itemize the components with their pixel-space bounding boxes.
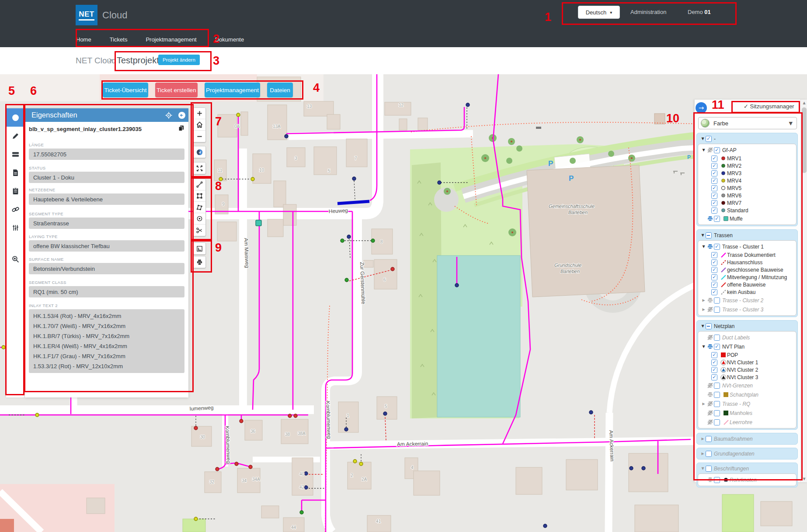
session-manager-toggle[interactable]: ✓ Sitzungsmanager: [744, 103, 794, 110]
layer-checkbox[interactable]: [711, 289, 717, 295]
layer-row[interactable]: Duct Labels: [699, 333, 795, 342]
layer-row[interactable]: POP: [699, 351, 795, 359]
print-button[interactable]: [193, 256, 205, 268]
layer-checkbox[interactable]: [714, 307, 720, 313]
layer-row[interactable]: ▼Gf-AP: [699, 145, 795, 155]
info-icon[interactable]: i: [6, 108, 25, 127]
nav-item-projektmanagement[interactable]: Projektmanagement: [139, 36, 202, 43]
layer-checkbox[interactable]: [711, 193, 717, 199]
home-button[interactable]: [193, 119, 205, 131]
nav-item-tickets[interactable]: Tickets: [104, 36, 134, 43]
network-icon[interactable]: [6, 218, 25, 237]
cut-button[interactable]: [193, 225, 205, 236]
layer-checkbox[interactable]: [711, 359, 717, 366]
measure-line-button[interactable]: [193, 179, 205, 190]
scrollbar-thumb[interactable]: [802, 107, 807, 173]
chevron-expanded-icon[interactable]: ▼: [701, 345, 706, 349]
layer-row[interactable]: NVt-Grenzen: [699, 381, 795, 390]
link-icon[interactable]: [6, 200, 25, 218]
chevron-collapsed-icon[interactable]: ▶: [700, 437, 706, 441]
layer-checkbox[interactable]: [714, 401, 720, 407]
printer-icon[interactable]: [706, 410, 714, 416]
layer-row[interactable]: ▼Trasse - Cluster 1: [699, 242, 795, 251]
layer-checkbox[interactable]: [714, 297, 720, 304]
field-value[interactable]: Cluster 1 - Doku: [29, 172, 184, 183]
chevron-expanded-icon[interactable]: ▼: [701, 245, 706, 249]
nav-item-dokumente[interactable]: Dokumente: [209, 36, 250, 43]
layer-row[interactable]: offene Bauweise: [699, 281, 795, 288]
circle-select-button[interactable]: [193, 213, 205, 225]
layer-checkbox[interactable]: [711, 267, 717, 273]
layer-checkbox[interactable]: [706, 232, 712, 238]
chevron-expanded-icon[interactable]: ▼: [700, 324, 706, 328]
layer-row[interactable]: MRV4: [699, 177, 795, 184]
scroll-up-icon[interactable]: ▲: [801, 100, 807, 106]
measure-area-button[interactable]: [193, 202, 205, 213]
layer-section-header[interactable]: ▶Baumaßnahmen: [698, 434, 797, 443]
pencil-icon[interactable]: [6, 127, 25, 145]
layer-checkbox[interactable]: [714, 410, 720, 416]
layer-checkbox[interactable]: [714, 147, 720, 153]
action-button-4[interactable]: Dateien: [267, 83, 293, 97]
cards-icon[interactable]: [6, 145, 25, 163]
scroll-down-icon[interactable]: ▼: [801, 476, 807, 482]
layer-checkbox[interactable]: [711, 367, 717, 373]
layer-row[interactable]: ▶Trasse - Cluster 3: [699, 305, 795, 314]
nav-item-home[interactable]: Home: [70, 36, 97, 43]
copy-icon[interactable]: [178, 125, 184, 133]
layer-checkbox[interactable]: [706, 436, 712, 442]
layer-row[interactable]: Leerrohre: [699, 418, 795, 427]
collapse-panel-icon[interactable]: [175, 111, 188, 119]
layer-row[interactable]: Muffe: [699, 214, 795, 223]
printer-icon[interactable]: [706, 335, 714, 340]
layer-row[interactable]: MRV1: [699, 155, 795, 162]
printer-icon[interactable]: [706, 392, 714, 397]
layer-row[interactable]: Standard: [699, 207, 795, 214]
field-value[interactable]: Straßentrasse: [29, 218, 184, 229]
layer-row[interactable]: MRV3: [699, 169, 795, 177]
nav-administration[interactable]: Administration: [630, 9, 666, 15]
layer-row[interactable]: ▶Trasse - Cluster 2: [699, 296, 795, 305]
clipboard-icon[interactable]: [6, 182, 25, 200]
layer-checkbox[interactable]: [711, 170, 717, 176]
layer-checkbox[interactable]: [714, 392, 720, 398]
layer-row[interactable]: MRV2: [699, 162, 795, 169]
chevron-expanded-icon[interactable]: ▼: [700, 233, 706, 237]
layer-checkbox[interactable]: [711, 155, 717, 162]
action-button-1[interactable]: Ticket-Übersicht: [103, 83, 148, 97]
layer-checkbox[interactable]: [706, 323, 712, 329]
collapse-layers-button[interactable]: →: [696, 102, 707, 114]
layer-checkbox[interactable]: [706, 136, 712, 142]
field-value[interactable]: Hauptebene & Verteilebene: [29, 193, 184, 205]
layer-checkbox[interactable]: [711, 178, 717, 184]
printer-icon[interactable]: [706, 477, 714, 483]
map-selected-segment[interactable]: [337, 201, 369, 204]
zoom-to-feature-icon[interactable]: [162, 112, 175, 119]
chevron-collapsed-icon[interactable]: ▶: [701, 298, 706, 302]
layer-row[interactable]: ▼NVT Plan: [699, 342, 795, 351]
layer-row[interactable]: geschlossene Bauweise: [699, 266, 795, 273]
layer-row[interactable]: ▶Trasse - RQ: [699, 399, 795, 408]
layer-checkbox[interactable]: [714, 244, 720, 250]
layer-row[interactable]: NVt Cluster 3: [699, 373, 795, 381]
inlay-list[interactable]: HK.1.53/4 (Rot) - MRV_4x16x2mmHK.1.70/7 …: [29, 309, 184, 373]
layer-row[interactable]: Rohrknoten: [699, 475, 795, 484]
zoom-out-button[interactable]: [193, 131, 205, 142]
layer-row[interactable]: MRV5: [699, 184, 795, 192]
edit-project-button[interactable]: Projekt ändern: [158, 55, 200, 65]
action-button-2[interactable]: Ticket erstellen: [155, 83, 198, 97]
nav-user-demo[interactable]: Demo 01: [688, 9, 711, 15]
layer-checkbox[interactable]: [711, 200, 717, 206]
layer-section-header[interactable]: ▼Beschriftungen: [698, 464, 797, 473]
chevron-expanded-icon[interactable]: ▼: [700, 137, 706, 141]
layer-checkbox[interactable]: [714, 383, 720, 389]
layer-checkbox[interactable]: [706, 451, 712, 457]
compass-button[interactable]: [193, 146, 205, 158]
basemap-select[interactable]: Farbe ▼: [698, 117, 797, 129]
layer-checkbox[interactable]: [711, 185, 717, 191]
layer-row[interactable]: NVt Cluster 2: [699, 366, 795, 373]
search-icon[interactable]: [6, 250, 25, 268]
layer-checkbox[interactable]: [711, 352, 717, 358]
print-area-button[interactable]: [193, 243, 205, 254]
printer-icon[interactable]: [706, 297, 714, 303]
